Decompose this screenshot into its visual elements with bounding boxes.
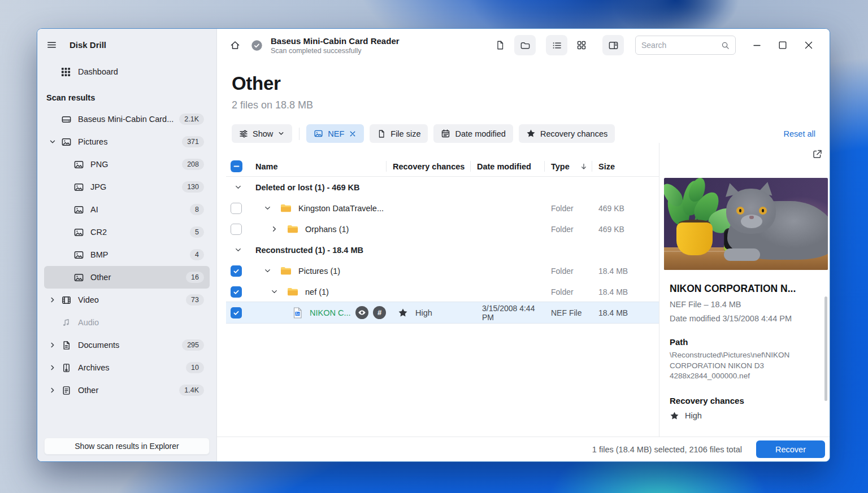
home-icon[interactable] <box>229 40 246 51</box>
sidebar-item-label: Baseus Mini-Cabin Card... <box>78 115 179 124</box>
note-icon <box>61 385 78 396</box>
file-name: Pictures (1) <box>298 267 340 276</box>
chevron-right-icon[interactable] <box>270 225 280 233</box>
sidebar-item-bmp[interactable]: BMP 4 <box>44 243 210 266</box>
sidebar-item-label: Dashboard <box>78 67 204 76</box>
chevron-down-icon[interactable] <box>270 287 280 296</box>
recover-button[interactable]: Recover <box>756 440 825 458</box>
chevron-down-icon[interactable] <box>234 183 251 191</box>
star-icon <box>526 129 536 138</box>
sidebar-item-ai[interactable]: AI 8 <box>44 198 210 221</box>
open-external-icon[interactable] <box>811 149 823 160</box>
list-view-button[interactable] <box>546 35 567 55</box>
show-filter-button[interactable]: Show <box>232 124 292 143</box>
count-badge: 130 <box>182 181 204 193</box>
row-checkbox[interactable] <box>231 286 242 298</box>
chevron-down-icon[interactable] <box>49 138 61 146</box>
chevron-right-icon[interactable] <box>49 296 61 304</box>
sidebar-item-png[interactable]: PNG 208 <box>44 153 210 176</box>
table-row-nikon-file[interactable]: NIKON C... # High 3/15/ <box>226 302 659 323</box>
preview-details: NIKON CORPORATION N... NEF File – 18.4 M… <box>664 283 819 421</box>
app-title: Disk Drill <box>70 40 106 50</box>
row-checkbox[interactable] <box>231 307 242 319</box>
column-header-recovery[interactable]: Recovery chances <box>386 156 470 176</box>
date-modified-value: 3/15/2008 4:44 PM <box>470 304 544 322</box>
chevron-down-icon[interactable] <box>263 267 274 275</box>
preview-cat-paw <box>724 248 760 261</box>
reset-all-link[interactable]: Reset all <box>784 129 815 138</box>
chevron-down-icon[interactable] <box>263 204 274 212</box>
sidebar-item-device[interactable]: Baseus Mini-Cabin Card... 2.1K <box>44 108 210 130</box>
row-checkbox[interactable] <box>231 203 242 214</box>
preview-file-title: NIKON CORPORATION N... <box>670 283 819 295</box>
minimize-button[interactable] <box>744 34 770 56</box>
table-header-row: Name Recovery chances Date modified Type… <box>226 156 659 177</box>
hex-view-icon[interactable]: # <box>373 306 386 319</box>
file-size-filter-button[interactable]: File size <box>370 124 428 143</box>
group-row-deleted[interactable]: Deleted or lost (1) - 469 KB <box>226 177 659 198</box>
chevron-right-icon[interactable] <box>49 341 61 349</box>
sidebar-item-documents[interactable]: Documents 295 <box>44 334 210 356</box>
results-table: Name Recovery chances Date modified Type… <box>217 143 659 437</box>
column-header-size[interactable]: Size <box>592 156 659 176</box>
sidebar-item-other-files[interactable]: Other 1.4K <box>44 379 210 402</box>
preview-eye-icon[interactable] <box>355 306 368 319</box>
chip-close-icon[interactable] <box>349 130 357 138</box>
sidebar-item-label: PNG <box>90 160 182 169</box>
maximize-button[interactable] <box>770 34 796 56</box>
new-session-button[interactable] <box>489 35 511 55</box>
date-modified-filter-button[interactable]: Date modified <box>433 124 513 143</box>
filter-divider <box>299 128 300 140</box>
sidebar-item-cr2[interactable]: CR2 5 <box>44 221 210 243</box>
column-header-type[interactable]: Type <box>544 156 592 176</box>
preview-panel-toggle-button[interactable] <box>602 35 624 55</box>
sidebar-nav: Dashboard Scan results Baseus Mini-Cabin… <box>37 60 216 431</box>
sidebar-item-dashboard[interactable]: Dashboard <box>44 60 210 83</box>
sidebar-item-label: Documents <box>78 341 182 350</box>
table-row-pictures[interactable]: Pictures (1) Folder 18.4 MB <box>226 260 659 281</box>
sidebar-item-label: Video <box>78 295 186 304</box>
row-checkbox[interactable] <box>231 224 242 235</box>
open-folder-button[interactable] <box>514 35 536 55</box>
search-input[interactable] <box>641 41 721 50</box>
sidebar-item-pictures[interactable]: Pictures 371 <box>44 130 210 153</box>
chevron-right-icon[interactable] <box>49 386 61 394</box>
chevron-right-icon[interactable] <box>49 364 61 372</box>
close-button[interactable] <box>796 34 822 56</box>
file-name: Kingston DataTravele... <box>298 204 384 213</box>
page-header: Other 2 files on 18.8 MB Show <box>217 62 830 143</box>
sidebar-item-label: AI <box>90 205 190 214</box>
scan-results-section-label: Scan results <box>44 83 210 108</box>
hamburger-menu-icon[interactable] <box>46 40 57 50</box>
sidebar-item-archives[interactable]: Archives 10 <box>44 356 210 379</box>
nef-filter-chip[interactable]: NEF <box>306 124 364 143</box>
row-checkbox[interactable] <box>231 265 242 277</box>
count-badge: 8 <box>190 204 204 215</box>
count-badge: 10 <box>186 362 204 373</box>
sidebar-item-other-pictures[interactable]: Other 16 <box>44 266 210 289</box>
recovery-chances-value-row: High <box>670 411 819 421</box>
panel-scrollbar[interactable] <box>824 296 827 401</box>
table-row-kingston[interactable]: Kingston DataTravele... Folder 469 KB <box>226 198 659 219</box>
search-box[interactable] <box>635 36 736 55</box>
preview-image[interactable] <box>664 178 828 270</box>
picture-icon <box>61 137 78 147</box>
film-icon <box>61 295 78 306</box>
chevron-down-icon[interactable] <box>234 246 251 254</box>
grid-view-button[interactable] <box>571 35 592 55</box>
scan-complete-check-icon <box>251 40 263 51</box>
table-row-nef[interactable]: nef (1) Folder 18.4 MB <box>226 281 659 302</box>
sidebar-item-video[interactable]: Video 73 <box>44 289 210 311</box>
select-all-checkbox[interactable] <box>231 160 242 172</box>
column-header-date[interactable]: Date modified <box>470 156 544 176</box>
count-badge: 295 <box>182 339 204 351</box>
group-label: Deleted or lost (1) - 469 KB <box>251 183 659 192</box>
group-row-reconstructed[interactable]: Reconstructed (1) - 18.4 MB <box>226 239 659 260</box>
list-view-icon <box>552 40 562 51</box>
count-badge: 371 <box>182 136 204 147</box>
table-row-orphans[interactable]: Orphans (1) Folder 469 KB <box>226 219 659 239</box>
recovery-chances-filter-button[interactable]: Recovery chances <box>519 124 615 143</box>
sidebar-item-jpg[interactable]: JPG 130 <box>44 176 210 198</box>
show-in-explorer-button[interactable]: Show scan results in Explorer <box>44 438 210 455</box>
column-header-name[interactable]: Name <box>251 156 386 176</box>
